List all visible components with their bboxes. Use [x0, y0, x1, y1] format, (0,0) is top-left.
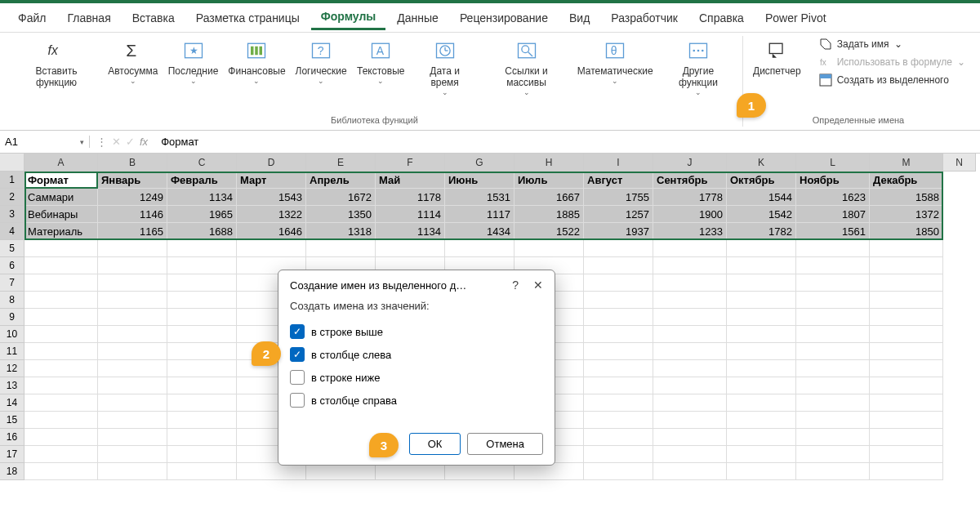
cell-A3[interactable]: Вебинары [24, 206, 98, 223]
cell-J12[interactable] [653, 360, 727, 377]
cell-A11[interactable] [24, 343, 98, 360]
cell-B16[interactable] [98, 429, 167, 446]
col-header-D[interactable]: D [237, 154, 306, 172]
cell-B6[interactable] [98, 257, 167, 274]
cell-K1[interactable]: Октябрь [727, 172, 796, 189]
cell-K15[interactable] [727, 412, 796, 429]
cell-B7[interactable] [98, 274, 167, 292]
cell-J10[interactable] [653, 326, 727, 343]
lookup-button[interactable]: Ссылки и массивы⌄ [482, 36, 572, 100]
cell-B10[interactable] [98, 326, 167, 343]
cell-C11[interactable] [167, 343, 237, 360]
cell-M13[interactable] [870, 377, 943, 394]
cell-B13[interactable] [98, 377, 167, 394]
menu-разработчик[interactable]: Разработчик [601, 7, 688, 29]
help-icon[interactable]: ? [512, 279, 519, 292]
cell-H5[interactable] [514, 240, 584, 257]
cell-J17[interactable] [653, 446, 727, 463]
cell-J6[interactable] [653, 257, 727, 274]
col-header-I[interactable]: I [584, 154, 653, 172]
row-header-7[interactable]: 7 [0, 274, 24, 292]
row-header-5[interactable]: 5 [0, 240, 24, 257]
cell-G2[interactable]: 1531 [445, 189, 514, 206]
cell-L3[interactable]: 1807 [796, 206, 870, 223]
cell-K17[interactable] [727, 446, 796, 463]
recent-button[interactable]: ★ Последние⌄ [165, 36, 222, 88]
cell-I3[interactable]: 1257 [584, 206, 653, 223]
cell-C3[interactable]: 1965 [167, 206, 237, 223]
name-manager-button[interactable]: Диспетчер [748, 36, 806, 80]
row-header-8[interactable]: 8 [0, 292, 24, 309]
cell-B8[interactable] [98, 292, 167, 309]
cell-C10[interactable] [167, 326, 237, 343]
cell-J7[interactable] [653, 274, 727, 292]
create-from-selection-button[interactable]: Создать из выделенного [816, 72, 969, 88]
cell-J16[interactable] [653, 429, 727, 446]
cell-A18[interactable] [24, 463, 98, 480]
cell-C17[interactable] [167, 446, 237, 463]
cell-G18[interactable] [445, 463, 514, 480]
cell-G4[interactable]: 1434 [445, 223, 514, 240]
cell-G5[interactable] [445, 240, 514, 257]
cell-A2[interactable]: Саммари [24, 189, 98, 206]
cell-K10[interactable] [727, 326, 796, 343]
cell-J13[interactable] [653, 377, 727, 394]
cell-E3[interactable]: 1350 [306, 206, 376, 223]
cell-D18[interactable] [237, 463, 306, 480]
cell-F5[interactable] [376, 240, 445, 257]
cell-F4[interactable]: 1134 [376, 223, 445, 240]
cell-K7[interactable] [727, 274, 796, 292]
logical-button[interactable]: ? Логические⌄ [292, 36, 350, 88]
cell-B4[interactable]: 1165 [98, 223, 167, 240]
cell-D3[interactable]: 1322 [237, 206, 306, 223]
cell-K11[interactable] [727, 343, 796, 360]
cell-H4[interactable]: 1522 [514, 223, 584, 240]
cell-A5[interactable] [24, 240, 98, 257]
col-header-N[interactable]: N [943, 154, 976, 172]
cell-L7[interactable] [796, 274, 870, 292]
row-header-10[interactable]: 10 [0, 326, 24, 343]
cell-K16[interactable] [727, 429, 796, 446]
cell-I10[interactable] [584, 326, 653, 343]
cell-J9[interactable] [653, 309, 727, 326]
cell-J15[interactable] [653, 412, 727, 429]
cell-M3[interactable]: 1372 [870, 206, 943, 223]
cell-A15[interactable] [24, 412, 98, 429]
cell-I17[interactable] [584, 446, 653, 463]
cell-M8[interactable] [870, 292, 943, 309]
insert-function-button[interactable]: fx Вставить функцию [11, 36, 101, 91]
cell-M11[interactable] [870, 343, 943, 360]
cell-B3[interactable]: 1146 [98, 206, 167, 223]
cell-A16[interactable] [24, 429, 98, 446]
cell-B18[interactable] [98, 463, 167, 480]
cell-C1[interactable]: Февраль [167, 172, 237, 189]
cell-L8[interactable] [796, 292, 870, 309]
autosum-button[interactable]: Σ Автосумма⌄ [105, 36, 161, 88]
cell-K13[interactable] [727, 377, 796, 394]
cell-A12[interactable] [24, 360, 98, 377]
fx-bar-icon[interactable]: fx [140, 136, 148, 148]
cell-I8[interactable] [584, 292, 653, 309]
row-header-4[interactable]: 4 [0, 223, 24, 240]
cell-E4[interactable]: 1318 [306, 223, 376, 240]
col-header-J[interactable]: J [653, 154, 727, 172]
cell-D2[interactable]: 1543 [237, 189, 306, 206]
cell-J18[interactable] [653, 463, 727, 480]
cell-B12[interactable] [98, 360, 167, 377]
cell-E1[interactable]: Апрель [306, 172, 376, 189]
datetime-button[interactable]: Дата и время⌄ [412, 36, 479, 100]
vdots-icon[interactable]: ⋮ [96, 136, 107, 148]
cell-K4[interactable]: 1782 [727, 223, 796, 240]
row-header-1[interactable]: 1 [0, 172, 24, 189]
cell-F3[interactable]: 1114 [376, 206, 445, 223]
accept-icon[interactable]: ✓ [126, 136, 135, 148]
cell-I15[interactable] [584, 412, 653, 429]
checkbox-opt-0[interactable]: ✓ [290, 324, 305, 339]
col-header-A[interactable]: A [24, 154, 98, 172]
cell-C7[interactable] [167, 274, 237, 292]
cell-A17[interactable] [24, 446, 98, 463]
cell-E2[interactable]: 1672 [306, 189, 376, 206]
cell-F18[interactable] [376, 463, 445, 480]
cell-A1[interactable]: Формат [24, 172, 98, 189]
cell-H3[interactable]: 1885 [514, 206, 584, 223]
